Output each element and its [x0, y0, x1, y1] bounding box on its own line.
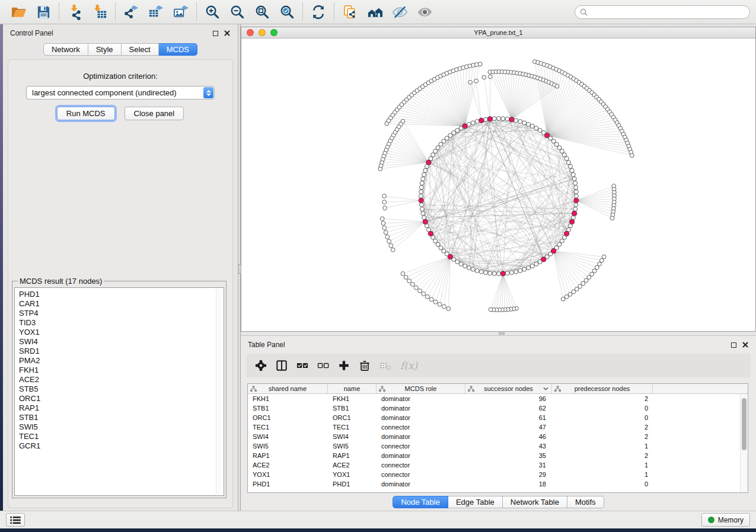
- graph-node[interactable]: [509, 271, 513, 275]
- hide-selected-button[interactable]: [387, 2, 412, 22]
- close-panel-icon[interactable]: [224, 30, 231, 37]
- cell-predecessor[interactable]: 1: [552, 471, 653, 478]
- cell-mcds_role[interactable]: connector: [377, 471, 465, 478]
- zoom-fit-button[interactable]: [250, 2, 275, 22]
- minimize-window-icon[interactable]: [259, 29, 266, 36]
- delete-column-button[interactable]: [359, 360, 371, 371]
- graph-mcds-node[interactable]: [448, 254, 452, 259]
- cell-name[interactable]: PHD1: [328, 480, 377, 488]
- export-network-button[interactable]: [119, 2, 143, 22]
- result-list-item[interactable]: STP4: [19, 309, 224, 318]
- graph-node[interactable]: [573, 207, 578, 211]
- cell-successor[interactable]: 35: [465, 452, 552, 459]
- graph-node[interactable]: [514, 118, 518, 123]
- graph-node[interactable]: [401, 119, 405, 123]
- result-list-item[interactable]: TEC1: [19, 432, 224, 441]
- column-header-name[interactable]: name: [328, 384, 377, 393]
- graph-node[interactable]: [478, 62, 482, 66]
- graph-node[interactable]: [568, 292, 572, 296]
- graph-node[interactable]: [522, 267, 527, 271]
- column-layout-button[interactable]: [276, 360, 288, 371]
- cell-name[interactable]: RAP1: [328, 452, 377, 459]
- graph-node[interactable]: [555, 84, 559, 88]
- import-network-button[interactable]: [62, 2, 87, 22]
- graph-mcds-node[interactable]: [462, 124, 467, 129]
- open-file-button[interactable]: [6, 2, 31, 22]
- graph-node[interactable]: [389, 243, 393, 248]
- cell-shared_name[interactable]: TEC1: [248, 424, 328, 431]
- graph-node[interactable]: [380, 217, 384, 221]
- result-list-item[interactable]: SWI4: [19, 337, 224, 347]
- result-list-item[interactable]: ACE2: [19, 375, 224, 384]
- graph-node[interactable]: [538, 129, 542, 133]
- graph-node[interactable]: [385, 235, 390, 239]
- export-image-button[interactable]: [168, 2, 193, 22]
- graph-node[interactable]: [442, 305, 446, 309]
- graph-mcds-node[interactable]: [500, 271, 505, 276]
- cell-shared_name[interactable]: FKH1: [248, 395, 328, 402]
- refresh-view-button[interactable]: [306, 2, 331, 22]
- graph-node[interactable]: [446, 307, 451, 311]
- cell-successor[interactable]: 62: [465, 405, 552, 412]
- add-column-button[interactable]: [338, 360, 350, 371]
- graph-node[interactable]: [404, 275, 408, 280]
- graph-node[interactable]: [564, 156, 569, 161]
- cell-mcds_role[interactable]: dominator: [377, 405, 465, 412]
- graph-node[interactable]: [505, 117, 509, 121]
- graph-node[interactable]: [567, 161, 571, 165]
- graph-node[interactable]: [501, 117, 505, 121]
- mcds-result-list[interactable]: PHD1CAR1STP4TID3YOX1SWI4SRD1PMA2FKH1ACE2…: [14, 287, 224, 496]
- result-list-item[interactable]: STB5: [19, 384, 224, 394]
- graph-mcds-node[interactable]: [426, 160, 431, 165]
- graph-node[interactable]: [527, 266, 531, 270]
- vertical-splitter[interactable]: [238, 24, 241, 511]
- graph-node[interactable]: [492, 271, 496, 275]
- graph-node[interactable]: [455, 129, 460, 133]
- cell-shared_name[interactable]: SWI4: [248, 433, 328, 440]
- graph-node[interactable]: [492, 117, 496, 121]
- cell-shared_name[interactable]: ACE2: [248, 462, 328, 469]
- vertical-splitter-handle[interactable]: [238, 264, 241, 274]
- graph-node[interactable]: [497, 272, 501, 276]
- zoom-in-button[interactable]: [200, 2, 225, 22]
- graph-mcds-node[interactable]: [551, 249, 556, 254]
- cell-successor[interactable]: 46: [465, 433, 552, 440]
- result-list-item[interactable]: SRD1: [19, 347, 224, 356]
- graph-node[interactable]: [420, 181, 424, 185]
- cell-successor[interactable]: 31: [465, 462, 552, 469]
- graph-node[interactable]: [382, 194, 387, 198]
- tab-style[interactable]: Style: [88, 43, 122, 56]
- graph-node[interactable]: [419, 203, 423, 207]
- graph-node[interactable]: [573, 181, 578, 185]
- tab-network-table[interactable]: Network Table: [503, 496, 567, 508]
- column-header-predecessor-nodes[interactable]: predecessor nodes: [552, 384, 653, 393]
- cell-name[interactable]: ORC1: [328, 414, 377, 421]
- graph-node[interactable]: [421, 211, 425, 216]
- graph-node[interactable]: [489, 307, 493, 312]
- graph-node[interactable]: [471, 267, 475, 271]
- graph-node[interactable]: [474, 79, 479, 83]
- graph-node[interactable]: [570, 168, 574, 172]
- graph-mcds-node[interactable]: [545, 133, 550, 137]
- graph-mcds-node[interactable]: [572, 211, 577, 216]
- graph-node[interactable]: [387, 239, 391, 243]
- graph-node[interactable]: [575, 194, 579, 198]
- graph-node[interactable]: [595, 265, 599, 270]
- cell-mcds_role[interactable]: dominator: [377, 414, 465, 421]
- cell-predecessor[interactable]: 1: [552, 443, 653, 450]
- graph-node[interactable]: [561, 297, 565, 301]
- cell-mcds_role[interactable]: connector: [377, 424, 465, 431]
- cell-mcds_role[interactable]: connector: [377, 443, 465, 450]
- graph-node[interactable]: [422, 172, 426, 177]
- graph-node[interactable]: [433, 239, 438, 243]
- cell-mcds_role[interactable]: dominator: [377, 433, 465, 440]
- graph-mcds-node[interactable]: [541, 257, 546, 262]
- cell-mcds_role[interactable]: dominator: [377, 480, 465, 488]
- graph-node[interactable]: [381, 222, 385, 226]
- graph-mcds-node[interactable]: [479, 118, 484, 123]
- graph-node[interactable]: [630, 153, 634, 158]
- table-row[interactable]: FKH1FKH1dominator962: [248, 394, 748, 403]
- cell-successor[interactable]: 47: [465, 424, 552, 431]
- result-list-item[interactable]: TID3: [19, 318, 224, 328]
- graph-node[interactable]: [534, 262, 538, 266]
